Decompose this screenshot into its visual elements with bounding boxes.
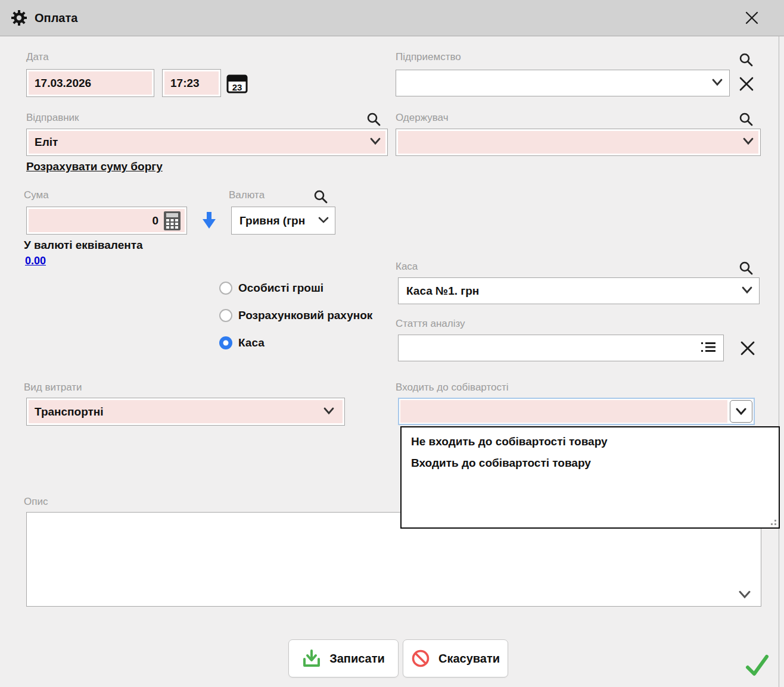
analysis-label: Стаття аналізу [396, 318, 465, 330]
dialog-right-border [779, 36, 779, 687]
radio-label: Особисті гроші [238, 282, 323, 295]
expense-type-label: Вид витрати [24, 382, 82, 394]
chevron-down-icon[interactable] [369, 137, 381, 148]
radio-icon[interactable] [219, 336, 232, 349]
receiver-search-icon[interactable] [738, 111, 754, 127]
analysis-input[interactable] [398, 335, 724, 361]
chevron-down-icon[interactable] [323, 407, 335, 417]
date-input[interactable]: 17.03.2026 [26, 69, 154, 97]
title-bar: Оплата [0, 0, 784, 36]
cancel-icon [411, 649, 430, 668]
sender-label: Відправник [26, 112, 79, 124]
currency-search-icon[interactable] [312, 188, 329, 205]
cash-label: Каса [396, 261, 418, 273]
sender-value: Еліт [29, 136, 58, 149]
description-label: Опис [24, 496, 48, 508]
radio-option-personal-money[interactable]: Особисті гроші [219, 282, 323, 295]
save-icon [302, 649, 321, 668]
resize-grip[interactable] [768, 517, 776, 525]
sender-combobox[interactable]: Еліт [26, 129, 388, 156]
close-icon[interactable] [743, 10, 760, 26]
cost-inclusion-dropdown: Не входить до собівартості товару Входит… [400, 426, 780, 529]
cash-value: Каса №1. грн [400, 285, 479, 298]
enterprise-clear-icon[interactable] [737, 74, 756, 93]
cash-combobox[interactable]: Каса №1. грн [398, 277, 760, 304]
radio-label: Розрахунковий рахунок [238, 309, 372, 322]
calculate-debt-link[interactable]: Розрахувати суму боргу [26, 160, 163, 173]
time-value: 17:23 [164, 77, 200, 90]
gear-icon [11, 10, 27, 26]
save-button[interactable]: Записати [288, 639, 399, 677]
receiver-label: Одержувач [396, 112, 449, 124]
amount-value: 0 [152, 214, 163, 227]
payment-dialog: Оплата Дата 17.03.2026 17:23 23 Підприем… [0, 0, 784, 687]
save-button-label: Записати [329, 652, 385, 666]
date-value: 17.03.2026 [29, 77, 91, 90]
calendar-icon[interactable]: 23 [225, 71, 249, 95]
amount-label: Сума [24, 189, 49, 201]
cancel-button-label: Скасувати [438, 652, 500, 666]
expense-type-combobox[interactable]: Транспортні [26, 398, 345, 426]
chevron-down-icon[interactable] [711, 78, 723, 89]
enterprise-label: Підприемство [396, 51, 461, 63]
chevron-down-icon[interactable] [741, 286, 753, 296]
radio-option-settlement-account[interactable]: Розрахунковий рахунок [219, 309, 372, 322]
equivalent-label: У валюті еквівалента [24, 239, 143, 252]
svg-text:23: 23 [232, 82, 242, 92]
list-icon[interactable] [701, 341, 716, 355]
calculator-icon[interactable] [163, 211, 181, 231]
cancel-button[interactable]: Скасувати [403, 639, 508, 677]
chevron-down-icon[interactable] [738, 591, 751, 601]
currency-label: Валюта [229, 189, 265, 201]
currency-value: Гривня (грн [234, 214, 305, 227]
chevron-down-icon[interactable] [318, 216, 329, 226]
currency-combobox[interactable]: Гривня (грн [231, 207, 335, 235]
cash-search-icon[interactable] [738, 260, 754, 276]
chevron-down-icon[interactable] [730, 400, 752, 423]
expense-type-value: Транспортні [29, 405, 104, 419]
equivalent-value-link[interactable]: 0.00 [25, 255, 46, 267]
dropdown-option[interactable]: Не входить до собівартості товару [402, 431, 779, 452]
radio-option-cash[interactable]: Каса [219, 336, 265, 349]
amount-input[interactable]: 0 [26, 207, 187, 235]
chevron-down-icon[interactable] [742, 137, 754, 148]
radio-icon[interactable] [219, 282, 232, 295]
enterprise-combobox[interactable] [396, 70, 730, 96]
analysis-clear-icon[interactable] [738, 338, 758, 358]
checkmark-icon[interactable] [743, 651, 771, 679]
radio-icon[interactable] [219, 309, 232, 322]
arrow-down-blue-icon[interactable] [201, 211, 217, 230]
radio-label: Каса [238, 336, 265, 349]
cost-inclusion-combobox[interactable] [398, 398, 755, 425]
time-input[interactable]: 17:23 [162, 69, 221, 97]
dropdown-option[interactable]: Входить до собівартості товару [402, 452, 779, 474]
enterprise-search-icon[interactable] [738, 51, 754, 68]
sender-search-icon[interactable] [365, 111, 382, 127]
date-label: Дата [26, 51, 49, 63]
cost-inclusion-label: Входить до собівартості [396, 382, 509, 394]
receiver-combobox[interactable] [396, 129, 761, 156]
dialog-title: Оплата [35, 11, 77, 25]
